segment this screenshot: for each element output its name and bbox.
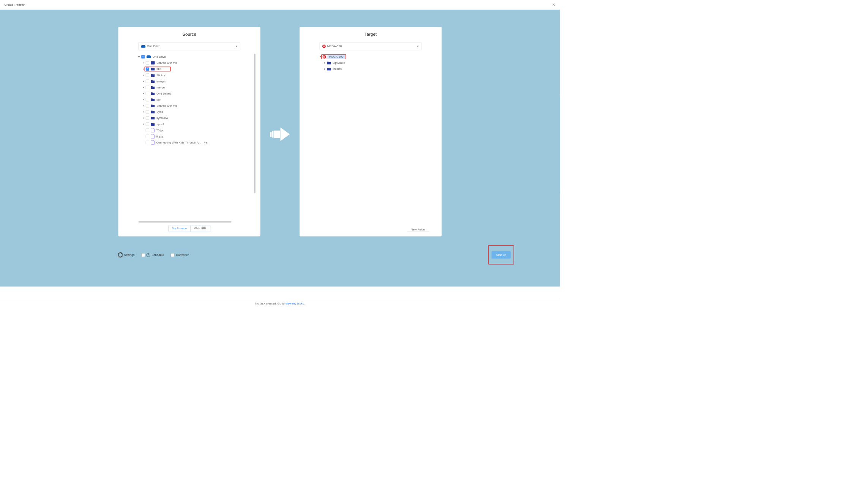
tree-file[interactable]: Connecting With Kids Through Art _ Pa <box>138 139 260 145</box>
checkbox[interactable] <box>146 110 149 114</box>
tree-item-label: pdf <box>156 98 161 101</box>
file-icon <box>151 134 155 138</box>
expand-icon[interactable] <box>143 62 144 64</box>
settings-button[interactable]: Settings <box>118 253 134 257</box>
tree-file[interactable]: 8.jpg <box>138 133 260 139</box>
expand-icon[interactable] <box>320 56 321 57</box>
new-folder-button[interactable]: New Folder <box>407 227 429 232</box>
status-bar: No task created. Go to view my tasks. <box>0 299 560 308</box>
tree-file-label: 8.jpg <box>156 134 163 138</box>
file-icon <box>151 140 155 145</box>
checkbox[interactable] <box>146 92 149 95</box>
tree-item[interactable]: pdf <box>138 96 260 103</box>
tree-item[interactable]: One Drive2 <box>138 90 260 96</box>
view-tasks-link[interactable]: view my tasks. <box>286 302 305 305</box>
tree-item-label: Lqh0kJxb <box>333 61 345 65</box>
tree-file-label: 70.jpg <box>156 128 164 132</box>
folder-icon <box>151 86 155 89</box>
tree-item[interactable]: sync2ew <box>138 115 260 121</box>
checkbox[interactable] <box>146 79 149 83</box>
checkbox[interactable] <box>146 104 149 107</box>
folder-icon <box>151 123 155 126</box>
checkbox[interactable] <box>146 116 149 120</box>
source-tree[interactable]: One Drive Shared with mebbbFlickrximages… <box>138 54 260 219</box>
checkbox[interactable] <box>146 67 149 71</box>
mega-icon: M <box>322 44 326 48</box>
checkbox[interactable] <box>146 128 149 132</box>
checkbox[interactable] <box>146 141 149 144</box>
expand-icon[interactable] <box>324 62 325 64</box>
expand-icon[interactable] <box>324 68 325 70</box>
checkbox[interactable] <box>146 122 149 126</box>
tab-my-storage[interactable]: My Storage <box>169 225 191 232</box>
tree-item[interactable]: bbb <box>138 66 260 72</box>
tree-item[interactable]: sync3 <box>138 121 260 127</box>
expand-icon[interactable] <box>138 56 140 57</box>
tree-item[interactable]: Sync <box>138 109 260 115</box>
settings-label: Settings <box>124 253 134 257</box>
tree-item[interactable]: Flickrx <box>138 72 260 78</box>
checkbox[interactable] <box>146 85 149 89</box>
source-cloud-select[interactable]: One Drive <box>138 43 240 50</box>
expand-icon[interactable] <box>143 99 144 101</box>
tree-item[interactable]: Shared with me <box>138 60 260 66</box>
target-panel: Target M MEGA-390 M MEGA-390 Lqh0kJxbMus… <box>300 27 442 236</box>
target-heading: Target <box>300 32 442 37</box>
target-tree[interactable]: M MEGA-390 Lqh0kJxbMusics <box>320 54 442 227</box>
folder-icon <box>327 61 331 64</box>
expand-icon[interactable] <box>143 68 144 70</box>
checkbox[interactable] <box>146 98 149 101</box>
start-button[interactable]: Start up <box>491 251 510 259</box>
tree-item-label: images <box>156 79 166 83</box>
gear-icon <box>118 253 123 257</box>
checkbox[interactable] <box>146 134 149 138</box>
tree-item-label: bbb <box>156 67 161 71</box>
source-heading: Source <box>118 32 260 37</box>
checkbox[interactable] <box>141 55 145 58</box>
expand-icon[interactable] <box>143 86 144 88</box>
expand-icon[interactable] <box>143 74 144 76</box>
expand-icon[interactable] <box>143 92 144 94</box>
folder-icon <box>151 116 155 119</box>
tree-item[interactable]: Shared with me <box>138 103 260 109</box>
tree-root-label: One Drive <box>153 55 166 58</box>
file-icon <box>151 128 155 132</box>
tree-file[interactable]: 70.jpg <box>138 127 260 133</box>
checkbox[interactable] <box>146 61 149 65</box>
tree-item[interactable]: images <box>138 78 260 84</box>
target-cloud-label: MEGA-390 <box>327 44 342 48</box>
tree-item[interactable]: Musics <box>320 66 442 72</box>
expand-icon[interactable] <box>143 80 144 82</box>
tab-web-url[interactable]: Web URL <box>190 225 210 232</box>
close-icon[interactable]: ✕ <box>552 2 555 7</box>
page-title: Create Transfer <box>5 3 25 6</box>
onedrive-icon <box>141 45 146 47</box>
checkbox[interactable] <box>146 73 149 77</box>
folder-icon <box>151 74 155 77</box>
folder-icon <box>151 110 155 113</box>
checkbox[interactable] <box>141 253 145 257</box>
expand-icon[interactable] <box>143 105 144 107</box>
folder-icon <box>151 80 155 83</box>
converter-toggle[interactable]: Converter <box>171 253 189 257</box>
scrollbar-vertical[interactable] <box>254 54 256 193</box>
expand-icon[interactable] <box>143 111 144 113</box>
tree-root[interactable]: One Drive <box>138 54 260 60</box>
tree-item-label: Musics <box>333 67 342 71</box>
expand-icon[interactable] <box>143 123 144 125</box>
tree-item-label: sync2ew <box>156 116 168 120</box>
target-cloud-select[interactable]: M MEGA-390 <box>320 43 421 50</box>
scrollbar-horizontal[interactable] <box>138 221 231 222</box>
clock-icon <box>147 253 150 257</box>
tree-item[interactable]: merge <box>138 84 260 90</box>
tree-root[interactable]: M MEGA-390 <box>320 54 442 60</box>
tree-item-label: Sync <box>156 110 163 114</box>
source-cloud-label: One Drive <box>147 44 160 48</box>
start-highlight: Start up <box>488 245 514 264</box>
tree-item[interactable]: Lqh0kJxb <box>320 60 442 66</box>
chevron-down-icon <box>235 46 237 47</box>
schedule-toggle[interactable]: Schedule <box>141 253 164 257</box>
checkbox[interactable] <box>171 253 175 257</box>
expand-icon[interactable] <box>143 117 144 119</box>
source-tabs: My Storage Web URL <box>168 225 210 232</box>
